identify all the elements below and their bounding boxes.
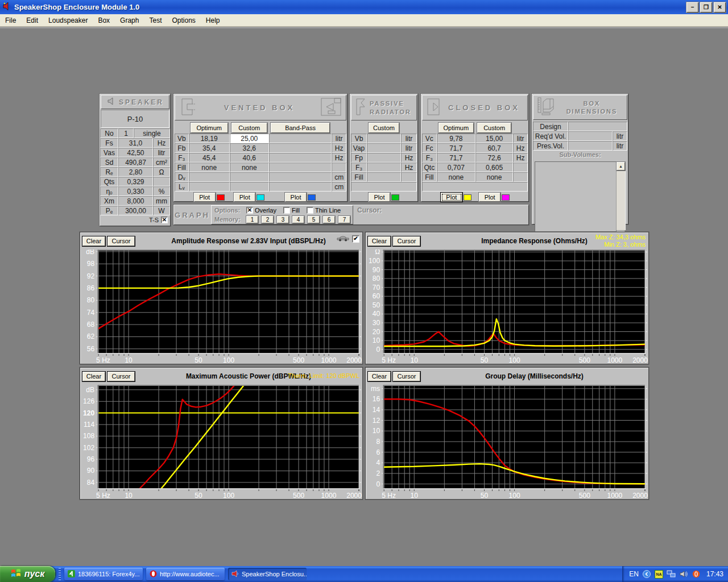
delay-plot-area[interactable]: ms16141210864205 Hz105010050010002000 — [366, 385, 648, 498]
svg-text:50: 50 — [481, 356, 489, 363]
hide-icons-chevron-icon[interactable] — [642, 569, 651, 579]
optimum-value: 35,4 — [189, 143, 230, 153]
clear-button[interactable]: Clear — [368, 372, 391, 381]
scroll-up-icon[interactable]: ▲ — [617, 162, 625, 171]
plot-vented-bandpass-button[interactable]: Plot — [285, 193, 307, 202]
closed-optimum-button[interactable]: Optimum — [439, 123, 474, 133]
menu-loudspeaker[interactable]: Loudspeaker — [43, 15, 93, 26]
vented-box-table: Optimum Custom Band-Pass Vb 18,19 25,00 … — [175, 122, 346, 203]
car-environment-checkbox[interactable]: ✔ — [352, 235, 359, 243]
menu-test[interactable]: Test — [144, 15, 167, 26]
opera-tray-icon[interactable] — [692, 569, 701, 579]
row-unit: Hz — [332, 153, 346, 163]
windows-flag-icon — [11, 568, 21, 580]
svg-text:16: 16 — [373, 395, 380, 403]
scrollbar-track[interactable] — [617, 171, 625, 231]
task-label: 183696115: Forex4y... — [78, 571, 139, 577]
ts-parameters-row: T-S ✕ — [100, 215, 170, 225]
passive-custom-button[interactable]: Custom — [369, 123, 399, 133]
custom-value — [230, 182, 269, 192]
svg-text:98: 98 — [87, 260, 95, 268]
svg-text:2000: 2000 — [632, 492, 648, 498]
vented-bandpass-button[interactable]: Band-Pass — [271, 123, 330, 133]
restore-button[interactable]: ❐ — [700, 2, 712, 13]
fill-checkbox[interactable] — [283, 207, 290, 214]
menu-options[interactable]: Options — [167, 15, 200, 26]
clear-button[interactable]: Clear — [82, 372, 105, 381]
svg-text:2: 2 — [376, 469, 380, 477]
closed-custom-button[interactable]: Custom — [477, 123, 511, 133]
plot-vented-optimum-button[interactable]: Plot — [194, 193, 216, 202]
language-indicator[interactable]: EN — [629, 570, 639, 578]
row-label: Vap — [351, 143, 367, 153]
svg-text:ms: ms — [371, 385, 380, 393]
row-label: Pₑ — [100, 206, 118, 215]
task-opera-window[interactable]: http://www.audiotec... — [146, 568, 225, 580]
menu-file[interactable]: File — [0, 15, 21, 26]
plot-color-swatch-magenta — [502, 194, 510, 201]
plot-color-swatch-blue — [308, 194, 316, 201]
overlay-label: Overlay — [255, 207, 276, 214]
memory-5-button[interactable]: 5 — [308, 216, 320, 223]
memory-3-button[interactable]: 3 — [277, 216, 289, 223]
volume-icon[interactable] — [679, 569, 688, 579]
custom-value — [230, 172, 269, 182]
menu-box[interactable]: Box — [93, 15, 115, 26]
memory-2-button[interactable]: 2 — [262, 216, 274, 223]
minimize-button[interactable]: – — [686, 2, 698, 13]
overlay-checkbox[interactable]: ✕ — [246, 207, 253, 214]
svg-text:1000: 1000 — [321, 356, 337, 363]
cursor-button[interactable]: Cursor — [107, 236, 135, 246]
table-row: Pₑ 300,00 W — [100, 206, 170, 215]
network-ic icon[interactable] — [667, 569, 676, 579]
cursor-button[interactable]: Cursor — [107, 372, 135, 381]
close-button[interactable]: ✕ — [714, 2, 726, 13]
svg-text:12: 12 — [373, 417, 380, 425]
clear-button[interactable]: Clear — [82, 236, 105, 246]
cursor-button[interactable]: Cursor — [393, 372, 420, 381]
row-label: Vb — [351, 134, 367, 143]
amplitude-plot-area[interactable]: dB98928680746862565 Hz105010050010002000 — [80, 250, 362, 363]
svg-text:102: 102 — [83, 444, 94, 452]
memory-7-button[interactable]: 7 — [338, 216, 350, 223]
custom-vb-input[interactable]: 25,00 — [230, 134, 269, 143]
plot-closed-custom-button[interactable]: Plot — [479, 193, 500, 202]
svg-text:5 Hz: 5 Hz — [96, 356, 110, 363]
task-forex-window[interactable]: 183696115: Forex4y... — [64, 568, 143, 580]
svg-text:50: 50 — [373, 301, 380, 309]
menu-bar: File Edit Loudspeaker Box Graph Test Opt… — [0, 14, 728, 27]
menu-help[interactable]: Help — [201, 15, 225, 26]
sub-volumes-listbox[interactable]: ▲ ▼ — [535, 161, 626, 240]
passive-radiator-header: PASSIVERADIATOR — [351, 95, 417, 120]
plot-passive-button[interactable]: Plot — [369, 193, 390, 202]
ts-checkbox[interactable]: ✕ — [161, 217, 168, 223]
vented-optimum-button[interactable]: Optimum — [191, 123, 228, 133]
plot-closed-optimum-button[interactable]: Plot — [441, 193, 462, 202]
taskbar-grip[interactable] — [59, 568, 61, 580]
menu-edit[interactable]: Edit — [21, 15, 43, 26]
memory-1-button[interactable]: 1 — [246, 216, 258, 223]
cursor-button[interactable]: Cursor — [393, 236, 420, 246]
menu-graph[interactable]: Graph — [115, 15, 144, 26]
antivirus-icon[interactable]: NA — [655, 570, 663, 579]
memory-6-button[interactable]: 6 — [323, 216, 335, 223]
svg-text:dB: dB — [86, 386, 94, 394]
plot-vented-custom-button[interactable]: Plot — [234, 193, 255, 202]
scrollbar[interactable]: ▲ ▼ — [616, 162, 625, 239]
task-speakershop-window[interactable]: SpeakerShop Enclosu... — [228, 568, 307, 580]
svg-text:120: 120 — [83, 409, 94, 417]
start-button[interactable]: пуск — [0, 566, 55, 582]
design-value[interactable] — [568, 122, 627, 131]
svg-text:5 Hz: 5 Hz — [96, 492, 110, 498]
car-icon — [336, 234, 350, 244]
power-plot-area[interactable]: dB1261201141081029690845 Hz1050100500100… — [80, 385, 362, 498]
thin-line-checkbox[interactable] — [307, 207, 313, 214]
speaker-panel-title: SPEAKER — [119, 98, 164, 106]
impedance-plot-area[interactable]: Ω10090807060504030201005 Hz1050100500100… — [366, 250, 648, 363]
clear-button[interactable]: Clear — [368, 236, 391, 246]
speaker-name[interactable]: P-10 — [101, 110, 169, 128]
vented-custom-button[interactable]: Custom — [231, 123, 267, 133]
svg-text:126: 126 — [83, 397, 94, 405]
memory-4-button[interactable]: 4 — [292, 216, 304, 223]
min-impedance-annotation: Min Z: 3, ohms — [604, 241, 646, 248]
